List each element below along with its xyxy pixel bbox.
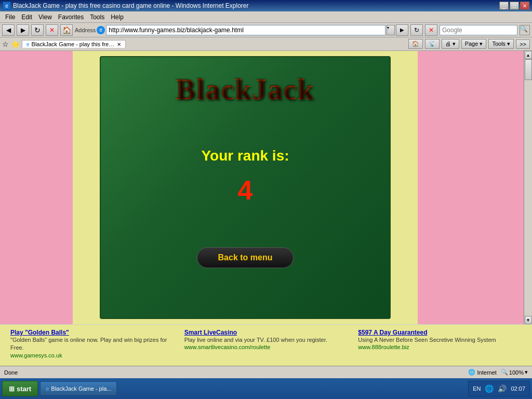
taskbar-ie-icon: e bbox=[46, 385, 49, 392]
ad-title-2[interactable]: $597 A Day Guaranteed bbox=[358, 329, 522, 336]
scroll-up-button[interactable]: ▲ bbox=[525, 51, 532, 59]
more-button[interactable]: >> bbox=[516, 39, 530, 49]
feeds-button[interactable]: 📡 bbox=[425, 39, 440, 49]
browser-icon: e bbox=[3, 2, 11, 10]
close-button[interactable]: ✕ bbox=[520, 2, 529, 10]
maximize-button[interactable]: □ bbox=[510, 2, 519, 10]
address-icon: e bbox=[97, 26, 105, 34]
status-right: 🌐 Internet 🔍 100% ▾ bbox=[468, 369, 528, 376]
window-title: BlackJack Game - play this free casino c… bbox=[13, 2, 249, 9]
ad-item-0: Play "Golden Balls" "Golden Balls" game … bbox=[10, 329, 174, 362]
forward-button[interactable]: ▶ bbox=[17, 24, 29, 36]
ad-url-0[interactable]: www.gamesys.co.uk bbox=[10, 352, 174, 358]
zoom-level: 100% bbox=[509, 369, 524, 376]
zone-label: Internet bbox=[477, 369, 497, 376]
content-area: BlackJack Your rank is: 4 Back to menu ▲… bbox=[0, 51, 532, 324]
ad-url-1[interactable]: www.smartlivecasino.com/roulette bbox=[184, 344, 348, 350]
tools-button[interactable]: Tools ▾ bbox=[488, 39, 514, 49]
main-content: BlackJack Your rank is: 4 Back to menu bbox=[73, 51, 418, 324]
menu-file[interactable]: File bbox=[2, 12, 18, 22]
taskbar-tray: EN 🌐 🔊 02:07 bbox=[468, 381, 530, 396]
print-button[interactable]: 🖨 ▾ bbox=[442, 39, 459, 49]
taskbar-ie-label: BlackJack Game - pla... bbox=[51, 385, 111, 392]
game-title: BlackJack bbox=[176, 73, 315, 106]
taskbar-ie-item[interactable]: e BlackJack Game - pla... bbox=[40, 381, 117, 396]
scroll-track bbox=[525, 59, 532, 316]
zoom-dropdown-icon[interactable]: ▾ bbox=[525, 369, 528, 376]
taskbar-language: EN bbox=[473, 385, 481, 392]
zone-indicator: 🌐 Internet bbox=[468, 369, 497, 376]
refresh-page-button[interactable]: ↻ bbox=[410, 24, 423, 36]
title-bar-left: e BlackJack Game - play this free casino… bbox=[3, 2, 249, 10]
left-sidebar bbox=[0, 51, 73, 324]
address-dropdown[interactable]: ▾ bbox=[387, 25, 395, 35]
zoom-control[interactable]: 🔍 100% ▾ bbox=[501, 369, 528, 376]
page-button[interactable]: Page ▾ bbox=[461, 39, 487, 49]
browser-tab[interactable]: e BlackJack Game - play this free casino… bbox=[22, 40, 126, 48]
favorites-icon[interactable]: ⭐ bbox=[11, 40, 20, 48]
go-button[interactable]: ▶ bbox=[396, 24, 408, 36]
address-input[interactable] bbox=[106, 25, 385, 35]
ad-text-2: Using A Never Before Seen Secretive Winn… bbox=[358, 336, 522, 344]
menu-bar: File Edit View Favorites Tools Help bbox=[0, 11, 532, 23]
menu-edit[interactable]: Edit bbox=[18, 12, 35, 22]
taskbar: ⊞ start e BlackJack Game - pla... EN 🌐 🔊… bbox=[0, 378, 532, 399]
status-text: Done bbox=[4, 369, 464, 376]
title-bar-controls[interactable]: _ □ ✕ bbox=[499, 2, 529, 10]
back-to-menu-button[interactable]: Back to menu bbox=[197, 247, 294, 268]
ad-item-2: $597 A Day Guaranteed Using A Never Befo… bbox=[358, 329, 522, 362]
address-bar: ◀ ▶ ↻ ✕ 🏠 Address e ▾ ▶ ↻ ✕ 🔍 bbox=[0, 23, 532, 37]
minimize-button[interactable]: _ bbox=[499, 2, 509, 10]
toolbar-right: 🏠 📡 🖨 ▾ Page ▾ Tools ▾ >> bbox=[408, 39, 530, 49]
favorites-bar: ☆ ⭐ e BlackJack Game - play this free ca… bbox=[0, 37, 532, 51]
search-input[interactable] bbox=[440, 25, 517, 35]
ad-text-0: "Golden Balls" game is online now. Play … bbox=[10, 336, 174, 352]
globe-icon: 🌐 bbox=[468, 369, 475, 376]
tab-icon: e bbox=[26, 42, 30, 47]
menu-favorites[interactable]: Favorites bbox=[55, 12, 87, 22]
status-bar: Done 🌐 Internet 🔍 100% ▾ bbox=[0, 366, 532, 378]
stop-page-button[interactable]: ✕ bbox=[425, 24, 437, 36]
ad-title-1[interactable]: Smart LiveCasino bbox=[184, 329, 348, 336]
tab-label: BlackJack Game - play this free casino c… bbox=[32, 41, 115, 47]
menu-help[interactable]: Help bbox=[108, 12, 127, 22]
taskbar-volume-icon: 🔊 bbox=[498, 384, 507, 393]
rank-label: Your rank is: bbox=[201, 148, 289, 164]
home-toolbar-button[interactable]: 🏠 bbox=[408, 39, 423, 49]
scroll-down-button[interactable]: ▼ bbox=[525, 316, 532, 324]
right-sidebar: ▲ ▼ bbox=[418, 51, 532, 324]
menu-view[interactable]: View bbox=[35, 12, 55, 22]
zoom-icon: 🔍 bbox=[501, 369, 508, 376]
home-button[interactable]: 🏠 bbox=[60, 24, 73, 36]
taskbar-time: 02:07 bbox=[511, 385, 525, 392]
ad-url-2[interactable]: www.888roulette.biz bbox=[358, 344, 522, 350]
rank-value: 4 bbox=[201, 175, 289, 206]
back-button[interactable]: ◀ bbox=[2, 24, 15, 36]
rank-section: Your rank is: 4 bbox=[201, 148, 289, 206]
tab-close-icon[interactable]: ✕ bbox=[117, 42, 121, 47]
refresh-button[interactable]: ↻ bbox=[31, 24, 44, 36]
start-icon: ⊞ bbox=[9, 385, 15, 393]
ad-text-1: Play live online and via your TV. £100 w… bbox=[184, 336, 348, 344]
taskbar-network-icon: 🌐 bbox=[485, 384, 494, 393]
title-bar: e BlackJack Game - play this free casino… bbox=[0, 0, 532, 11]
menu-tools[interactable]: Tools bbox=[87, 12, 108, 22]
game-container: BlackJack Your rank is: 4 Back to menu bbox=[100, 56, 391, 319]
scrollbar[interactable]: ▲ ▼ bbox=[524, 51, 532, 324]
search-button[interactable]: 🔍 bbox=[520, 25, 530, 35]
ads-section: Play "Golden Balls" "Golden Balls" game … bbox=[0, 324, 532, 366]
stop-button[interactable]: ✕ bbox=[46, 24, 58, 36]
address-label: Address bbox=[75, 27, 96, 33]
start-button[interactable]: ⊞ start bbox=[2, 381, 38, 396]
start-label: start bbox=[17, 385, 31, 393]
add-favorites-icon[interactable]: ☆ bbox=[2, 40, 9, 48]
ad-item-1: Smart LiveCasino Play live online and vi… bbox=[184, 329, 348, 362]
scroll-thumb[interactable] bbox=[525, 59, 532, 80]
ad-title-0[interactable]: Play "Golden Balls" bbox=[10, 329, 174, 336]
